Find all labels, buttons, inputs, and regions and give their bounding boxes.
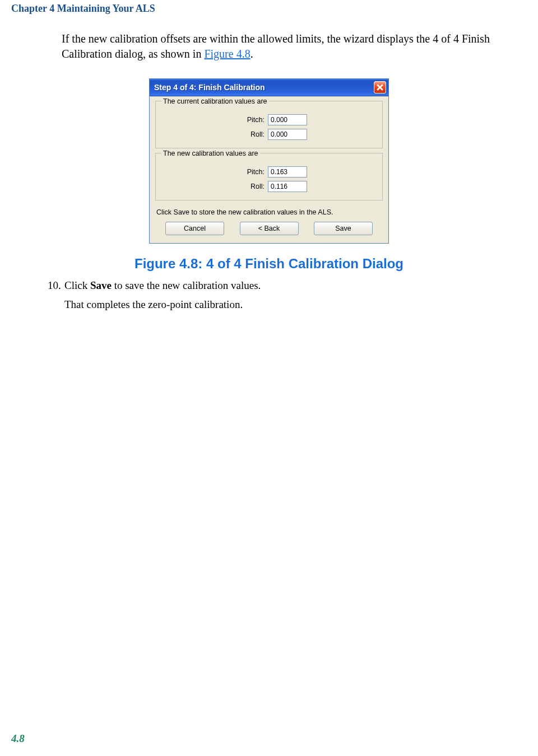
figure-caption: Figure 4.8: 4 of 4 Finish Calibration Di… <box>0 256 538 272</box>
step-text-bold: Save <box>90 279 112 291</box>
current-roll-input[interactable] <box>268 129 307 140</box>
step-subtext: That completes the zero-point calibratio… <box>64 298 527 311</box>
save-button[interactable]: Save <box>314 222 373 235</box>
step-list: 10. Click Save to save the new calibrati… <box>48 279 527 292</box>
chapter-header: Chapter 4 Maintaining Your ALS <box>0 0 538 15</box>
step-number: 10. <box>48 279 64 292</box>
step-10: 10. Click Save to save the new calibrati… <box>48 279 527 292</box>
pitch-label-2: Pitch: <box>161 168 268 176</box>
finish-calibration-dialog: Step 4 of 4: Finish Calibration The curr… <box>149 78 389 244</box>
close-icon <box>377 84 383 91</box>
back-button[interactable]: < Back <box>240 222 299 235</box>
step-text-pre: Click <box>64 279 90 291</box>
new-values-legend: The new calibration values are <box>161 150 260 157</box>
step-body: Click Save to save the new calibration v… <box>64 279 527 292</box>
roll-label: Roll: <box>161 130 268 138</box>
dialog-title: Step 4 of 4: Finish Calibration <box>154 83 265 92</box>
new-pitch-row: Pitch: <box>161 166 377 178</box>
intro-pre: If the new calibration offsets are withi… <box>62 32 490 60</box>
current-values-legend: The current calibration values are <box>161 97 269 105</box>
new-roll-row: Roll: <box>161 181 377 192</box>
figure-container: Step 4 of 4: Finish Calibration The curr… <box>0 78 538 244</box>
roll-label-2: Roll: <box>161 183 268 190</box>
intro-post: . <box>251 48 253 60</box>
dialog-instruction: Click Save to store the new calibration … <box>150 203 388 220</box>
pitch-label: Pitch: <box>161 116 268 124</box>
current-pitch-input[interactable] <box>268 114 307 125</box>
current-roll-row: Roll: <box>161 129 377 140</box>
current-values-group: The current calibration values are Pitch… <box>155 101 383 148</box>
dialog-titlebar: Step 4 of 4: Finish Calibration <box>150 79 388 96</box>
cancel-button[interactable]: Cancel <box>165 222 224 235</box>
new-pitch-input[interactable] <box>268 166 307 178</box>
dialog-button-row: Cancel < Back Save <box>150 220 388 243</box>
page-number: 4.8 <box>11 732 25 745</box>
new-values-group: The new calibration values are Pitch: Ro… <box>155 153 383 200</box>
step-text-post: to save the new calibration values. <box>112 279 261 291</box>
current-pitch-row: Pitch: <box>161 114 377 125</box>
figure-link[interactable]: Figure 4.8 <box>204 48 250 60</box>
new-roll-input[interactable] <box>268 181 307 192</box>
close-button[interactable] <box>374 81 386 94</box>
intro-paragraph: If the new calibration offsets are withi… <box>62 31 527 62</box>
